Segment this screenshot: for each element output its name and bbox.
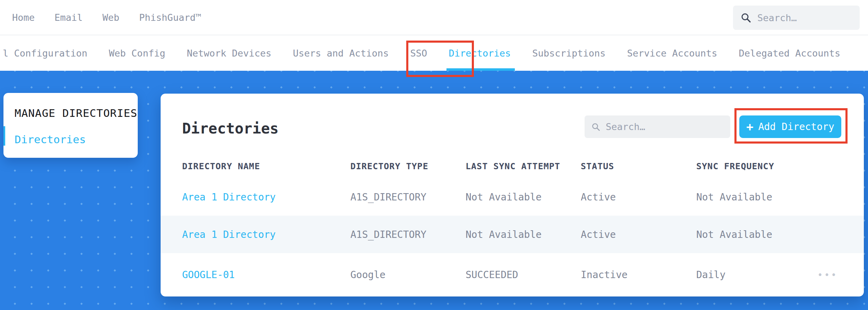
directory-type-cell: A1S_DIRECTORY [350,191,466,203]
directories-table: DIRECTORY NAME DIRECTORY TYPE LAST SYNC … [161,154,864,296]
last-sync-cell: Not Available [466,191,581,203]
manage-directories-card: MANAGE DIRECTORIES Directories [3,93,138,158]
sidebar-item-directories[interactable]: Directories [15,133,138,146]
column-header: LAST SYNC ATTEMPT [466,161,581,171]
app-window: Home Email Web PhishGuard™ l Configurati… [0,0,868,310]
column-header: DIRECTORY NAME [182,161,350,171]
settings-tab[interactable]: Service Accounts [627,35,717,71]
status-cell: Active [581,191,696,203]
sync-frequency-cell: Daily [696,269,817,281]
global-search[interactable] [733,6,860,30]
column-header: SYNC FREQUENCY [696,161,817,171]
column-header: DIRECTORY TYPE [350,161,466,171]
settings-tab[interactable]: Web Config [109,35,165,71]
sync-frequency-cell: Not Available [696,229,817,240]
top-nav-item[interactable]: Home [12,12,35,23]
table-row[interactable]: GOOGLE-01 Google SUCCEEDED Inactive Dail… [161,253,864,296]
table-row[interactable]: Area 1 Directory A1S_DIRECTORY Not Avail… [161,178,864,216]
status-cell: Inactive [581,269,696,281]
settings-tab[interactable]: l Configuration [3,35,87,71]
settings-tab[interactable]: Subscriptions [532,35,605,71]
column-header: STATUS [581,161,696,171]
directory-type-cell: A1S_DIRECTORY [350,229,466,240]
plus-icon: + [746,121,753,133]
directory-type-cell: Google [350,269,466,281]
top-nav-item[interactable]: Email [54,12,83,23]
directory-name-link[interactable]: GOOGLE-01 [182,269,350,281]
table-row[interactable]: Area 1 Directory A1S_DIRECTORY Not Avail… [161,216,864,253]
sidebar-title: MANAGE DIRECTORIES [15,107,138,119]
settings-tab[interactable]: Network Devices [187,35,271,71]
directories-search[interactable] [585,115,730,138]
add-directory-label: Add Directory [758,121,834,132]
settings-tab-nav: l Configuration Web Config Network Devic… [0,35,868,71]
sidebar-active-indicator [3,126,5,146]
search-icon [592,122,600,132]
global-search-input[interactable] [757,12,852,23]
settings-tab[interactable]: SSO [410,35,427,71]
add-directory-button[interactable]: + Add Directory [739,115,841,138]
top-nav-item[interactable]: Web [102,12,119,23]
settings-tab[interactable]: Users and Actions [293,35,389,71]
sync-frequency-cell: Not Available [696,191,817,203]
settings-tab[interactable]: Directories [449,35,511,71]
directories-panel: Directories + Add Directory DIR [161,94,864,296]
directories-search-input[interactable] [606,121,723,132]
settings-tab[interactable]: Delegated Accounts [739,35,841,71]
last-sync-cell: Not Available [466,229,581,240]
content-stage: MANAGE DIRECTORIES Directories Directori… [0,71,868,310]
table-header-row: DIRECTORY NAME DIRECTORY TYPE LAST SYNC … [161,154,864,178]
last-sync-cell: SUCCEEDED [466,269,581,281]
directory-name-link[interactable]: Area 1 Directory [182,191,350,203]
status-cell: Active [581,229,696,240]
top-nav-item[interactable]: PhishGuard™ [139,12,201,23]
search-icon [741,12,751,23]
row-actions-menu-icon[interactable]: ••• [817,270,864,280]
page-title: Directories [182,120,279,137]
directory-name-link[interactable]: Area 1 Directory [182,229,350,240]
table-body: Area 1 Directory A1S_DIRECTORY Not Avail… [161,178,864,296]
